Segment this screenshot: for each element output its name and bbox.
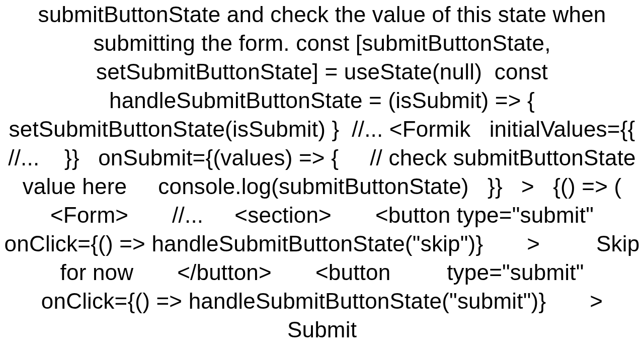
document-text: submitButtonState and check the value of… [0, 0, 644, 362]
